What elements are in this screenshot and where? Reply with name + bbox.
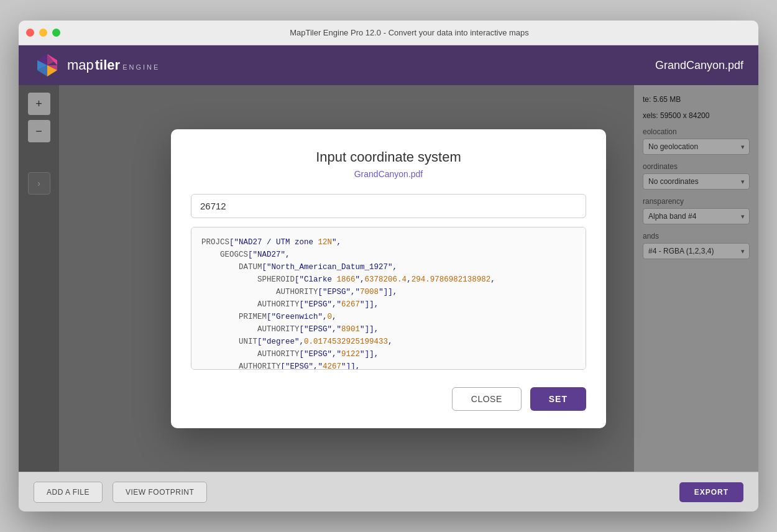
logo-text-area: map tiler ENGINE — [67, 57, 160, 73]
bottom-bar: ADD A FILE VIEW FOOTPRINT EXPORT — [19, 472, 758, 511]
titlebar: MapTiler Engine Pro 12.0 - Convert your … — [19, 21, 758, 45]
logo-area: map tiler ENGINE — [34, 52, 160, 79]
export-button[interactable]: EXPORT — [679, 482, 743, 502]
coordinate-search-input[interactable] — [191, 194, 586, 218]
close-button[interactable] — [26, 29, 34, 37]
modal-subtitle: GrandCanyon.pdf — [191, 169, 586, 179]
app-window: MapTiler Engine Pro 12.0 - Convert your … — [19, 21, 758, 511]
logo-tiler: tiler — [95, 57, 120, 73]
modal-title: Input coordinate system — [191, 149, 586, 165]
view-footprint-button[interactable]: VIEW FOOTPRINT — [113, 482, 207, 503]
close-modal-button[interactable]: CLOSE — [452, 387, 522, 411]
minimize-button[interactable] — [39, 29, 47, 37]
window-title: MapTiler Engine Pro 12.0 - Convert your … — [68, 28, 751, 37]
app-body: + − › te: 5.65 MB xels: 59500 x 84200 eo… — [19, 85, 758, 472]
logo-map: map — [67, 57, 94, 73]
svg-marker-6 — [47, 54, 57, 65]
logo-icon — [34, 52, 61, 79]
maximize-button[interactable] — [52, 29, 60, 37]
set-button[interactable]: SET — [530, 387, 586, 411]
modal-dialog: Input coordinate system GrandCanyon.pdf … — [171, 129, 606, 428]
titlebar-buttons — [26, 29, 60, 37]
logo-engine: ENGINE — [122, 63, 160, 71]
add-file-button[interactable]: ADD A FILE — [34, 482, 103, 503]
modal-footer: CLOSE SET — [191, 387, 586, 411]
app-header: map tiler ENGINE GrandCanyon.pdf — [19, 45, 758, 85]
header-filename: GrandCanyon.pdf — [655, 59, 743, 72]
coordinate-code-display: PROJCS["NAD27 / UTM zone 12N", GEOGCS["N… — [191, 227, 586, 370]
modal-overlay: Input coordinate system GrandCanyon.pdf … — [19, 85, 758, 472]
